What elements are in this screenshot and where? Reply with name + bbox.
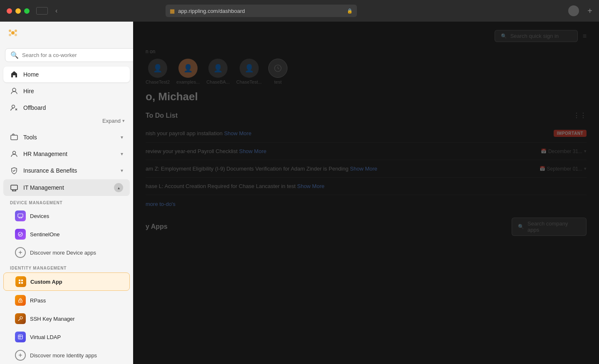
todo-header-row: To Do List ⋮⋮ bbox=[146, 111, 587, 119]
tools-chevron-icon: ▾ bbox=[121, 134, 123, 140]
expand-label: Expand bbox=[102, 118, 121, 124]
hr-management-icon bbox=[10, 150, 18, 158]
minimize-traffic-light[interactable] bbox=[15, 8, 21, 14]
sidebar-item-discover-device-apps[interactable]: + Discover more Device apps bbox=[3, 244, 130, 261]
svg-rect-7 bbox=[11, 135, 17, 140]
sidebar-item-custom-app[interactable]: Custom App bbox=[3, 272, 130, 291]
sidebar-item-hr-management-label: HR Management bbox=[23, 151, 116, 157]
avatar-name-1: ChaseTest2 bbox=[146, 79, 170, 84]
todo-date-chevron: ▾ bbox=[584, 149, 587, 154]
todo-item: am Z: Employment Eligibility (I-9) Docum… bbox=[146, 160, 587, 178]
sidebar-item-sentinelone[interactable]: SentinelOne bbox=[3, 225, 130, 243]
todo-show-more-3[interactable]: Show More bbox=[350, 166, 377, 172]
svg-rect-14 bbox=[19, 282, 20, 284]
svg-point-0 bbox=[11, 31, 15, 35]
dashboard-top-bar: 🔍 Search quick sign in ≡ bbox=[146, 30, 587, 42]
dashboard: 🔍 Search quick sign in ≡ n on 👤 ChaseTes… bbox=[133, 22, 599, 249]
sidebar-item-devices-label: Devices bbox=[30, 213, 49, 219]
home-icon bbox=[10, 70, 18, 79]
user-avatar-item: 👤 ChaseTest2 bbox=[146, 59, 170, 84]
sidebar-item-hire-label: Hire bbox=[23, 88, 123, 94]
company-apps-section: y Apps 🔍 Search company apps bbox=[146, 218, 587, 236]
sidebar-item-home-label: Home bbox=[23, 71, 123, 78]
sidebar-item-ssh-label: SSH Key Manager bbox=[30, 316, 75, 322]
todo-text-4: hase L: Account Creation Required for Ch… bbox=[146, 183, 587, 189]
quick-signin-search[interactable]: 🔍 Search quick sign in bbox=[495, 30, 578, 42]
svg-rect-10 bbox=[18, 214, 23, 217]
todo-show-more-2[interactable]: Show More bbox=[239, 148, 267, 154]
svg-point-6 bbox=[12, 105, 15, 108]
company-apps-title: y Apps bbox=[146, 223, 168, 230]
offboard-icon bbox=[10, 104, 18, 112]
sidebar-top bbox=[0, 22, 133, 44]
search-input[interactable] bbox=[22, 52, 133, 58]
todo-menu-icon[interactable]: ⋮⋮ bbox=[573, 111, 587, 119]
sidebar-item-virtual-ldap[interactable]: Virtual LDAP bbox=[3, 328, 130, 346]
close-traffic-light[interactable] bbox=[7, 8, 12, 14]
sidebar-item-it-management-label: IT Management bbox=[23, 184, 109, 191]
more-todos-link[interactable]: more to-do's bbox=[146, 201, 176, 207]
sidebar-item-it-management[interactable]: IT Management ▴ bbox=[3, 179, 130, 196]
todo-item: nish your payroll app installation Show … bbox=[146, 124, 587, 143]
discover-device-plus-icon: + bbox=[15, 247, 26, 258]
discover-identity-plus-icon: + bbox=[15, 350, 26, 361]
sidebar-toggle-icon[interactable] bbox=[36, 7, 48, 15]
sidebar-item-rpass[interactable]: RPass bbox=[3, 292, 130, 309]
sidebar-item-insurance[interactable]: Insurance & Benefits ▾ bbox=[3, 163, 130, 178]
user-avatars-row: 👤 ChaseTest2 👤 examples... 👤 ChaseBA... … bbox=[146, 59, 587, 84]
avatar-name-2: examples... bbox=[176, 79, 200, 84]
browser-avatar[interactable] bbox=[568, 5, 579, 16]
todo-date-chevron-3: ▾ bbox=[584, 166, 587, 171]
sidebar-item-hr-management[interactable]: HR Management ▾ bbox=[3, 146, 130, 162]
search-input-wrap[interactable]: 🔍 bbox=[5, 48, 133, 62]
sidebar-item-tools[interactable]: Tools ▾ bbox=[3, 129, 130, 145]
important-badge-1: IMPORTANT bbox=[554, 130, 587, 137]
sidebar-item-hire[interactable]: Hire bbox=[3, 83, 130, 99]
avatar-2: 👤 bbox=[178, 59, 198, 78]
svg-point-18 bbox=[20, 317, 22, 319]
svg-rect-15 bbox=[21, 282, 23, 284]
search-company-apps-icon: 🔍 bbox=[518, 224, 524, 230]
sidebar-item-insurance-label: Insurance & Benefits bbox=[23, 167, 116, 174]
sidebar-item-discover-device-label: Discover more Device apps bbox=[30, 250, 96, 256]
new-tab-button[interactable]: + bbox=[587, 6, 592, 16]
search-company-apps[interactable]: 🔍 Search company apps bbox=[512, 218, 587, 236]
sidebar-item-discover-identity-label: Discover more Identity apps bbox=[30, 352, 97, 359]
collapse-icon: ▴ bbox=[118, 186, 120, 190]
expand-row[interactable]: Expand ▾ bbox=[0, 116, 133, 126]
sidebar-item-ssh-key-manager[interactable]: SSH Key Manager bbox=[3, 310, 130, 327]
todo-section: To Do List ⋮⋮ nish your payroll app inst… bbox=[146, 111, 587, 208]
quick-signin-placeholder: Search quick sign in bbox=[510, 33, 559, 39]
user-avatar-item: 👤 ChaseTest... bbox=[236, 59, 262, 84]
sidebar-item-devices[interactable]: Devices bbox=[3, 207, 130, 225]
user-avatar-item: 👤 ChaseBA... bbox=[206, 59, 230, 84]
sidebar-item-home[interactable]: Home bbox=[3, 67, 130, 82]
svg-point-2 bbox=[15, 30, 17, 32]
svg-rect-13 bbox=[21, 280, 23, 281]
avatar-name-5: test bbox=[274, 79, 282, 84]
todo-item: hase L: Account Creation Required for Ch… bbox=[146, 178, 587, 195]
svg-point-5 bbox=[12, 88, 16, 92]
todo-show-more-1[interactable]: Show More bbox=[224, 130, 252, 136]
it-management-collapse-button[interactable]: ▴ bbox=[114, 183, 123, 192]
fullscreen-traffic-light[interactable] bbox=[24, 8, 30, 14]
ssh-key-manager-icon bbox=[15, 313, 26, 324]
filter-icon[interactable]: ≡ bbox=[583, 32, 587, 40]
avatar-1: 👤 bbox=[148, 59, 167, 78]
sidebar-item-tools-label: Tools bbox=[23, 134, 116, 141]
avatar-3: 👤 bbox=[208, 59, 228, 78]
sidebar-item-custom-app-label: Custom App bbox=[30, 279, 62, 285]
sidebar-item-offboard[interactable]: Offboard bbox=[3, 100, 130, 116]
sidebar-item-discover-identity-apps[interactable]: + Discover more Identity apps bbox=[3, 347, 130, 364]
titlebar: ‹ ▦ app.rippling.com/dashboard 🔒 + bbox=[0, 0, 599, 22]
back-button[interactable]: ‹ bbox=[55, 7, 57, 15]
user-avatar-item: 👤 examples... bbox=[176, 59, 200, 84]
svg-point-3 bbox=[9, 34, 11, 36]
address-bar[interactable]: ▦ app.rippling.com/dashboard 🔒 bbox=[166, 5, 357, 17]
sidebar: 🔍 Home Hire bbox=[0, 22, 133, 364]
site-icon: ▦ bbox=[170, 8, 175, 14]
todo-item: review your year-end Payroll Checklist S… bbox=[146, 143, 587, 160]
todo-show-more-4[interactable]: Show More bbox=[297, 183, 324, 189]
traffic-lights bbox=[7, 8, 30, 14]
todo-items-list: nish your payroll app installation Show … bbox=[146, 124, 587, 195]
